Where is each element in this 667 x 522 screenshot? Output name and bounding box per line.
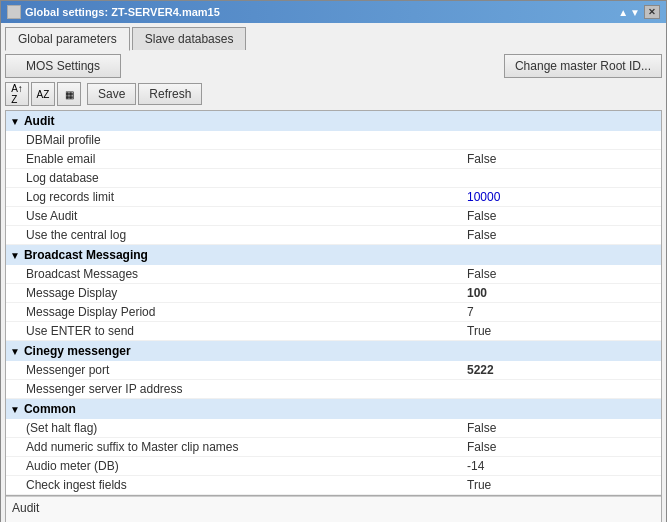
category-label: Cinegy messenger xyxy=(24,344,131,358)
toggle-icon: ▼ xyxy=(10,116,20,127)
property-value: -14 xyxy=(461,457,661,475)
property-name: Broadcast Messages xyxy=(6,265,461,283)
property-row[interactable]: Messenger server IP address xyxy=(6,380,661,399)
property-row[interactable]: Message Display Period7 xyxy=(6,303,661,322)
arrow-down-icon: ▼ xyxy=(630,7,640,18)
property-name: Messenger port xyxy=(6,361,461,379)
property-row[interactable]: Messenger port5222 xyxy=(6,361,661,380)
title-bar-title: Global settings: ZT-SERVER4.mam15 xyxy=(7,5,220,19)
grid-icon: ▦ xyxy=(65,89,74,100)
close-button[interactable]: ✕ xyxy=(644,5,660,19)
property-name: DBMail profile xyxy=(6,131,461,149)
property-row[interactable]: Use AuditFalse xyxy=(6,207,661,226)
property-value: False xyxy=(461,419,661,437)
property-value xyxy=(461,138,661,142)
tab-slave-databases[interactable]: Slave databases xyxy=(132,27,247,50)
property-value: False xyxy=(461,207,661,225)
property-value: False xyxy=(461,265,661,283)
category-row[interactable]: ▼Cinegy messenger xyxy=(6,341,661,361)
toggle-icon: ▼ xyxy=(10,404,20,415)
window-controls: ▲ ▼ xyxy=(618,7,640,18)
mos-settings-button[interactable]: MOS Settings xyxy=(5,54,121,78)
property-name: Log records limit xyxy=(6,188,461,206)
property-name: Use Audit xyxy=(6,207,461,225)
change-master-button[interactable]: Change master Root ID... xyxy=(504,54,662,78)
az-icon: AZ xyxy=(37,89,50,100)
window-title: Global settings: ZT-SERVER4.mam15 xyxy=(25,6,220,18)
sort-icon: A↑Z xyxy=(11,83,23,105)
category-row[interactable]: ▼Audit xyxy=(6,111,661,131)
status-bar: Audit xyxy=(6,496,661,522)
property-row[interactable]: Broadcast MessagesFalse xyxy=(6,265,661,284)
property-name: Use ENTER to send xyxy=(6,322,461,340)
property-name: Add numeric suffix to Master clip names xyxy=(6,438,461,456)
property-value: True xyxy=(461,476,661,494)
property-row[interactable]: Check ingest fieldsTrue xyxy=(6,476,661,495)
content-area: Global parameters Slave databases MOS Se… xyxy=(1,23,666,522)
property-value: 10000 xyxy=(461,188,661,206)
property-value: False xyxy=(461,150,661,168)
property-value xyxy=(461,176,661,180)
property-row[interactable]: Add numeric suffix to Master clip namesF… xyxy=(6,438,661,457)
toggle-icon: ▼ xyxy=(10,250,20,261)
az-sort-button[interactable]: AZ xyxy=(31,82,55,106)
property-row[interactable]: Enable emailFalse xyxy=(6,150,661,169)
property-row[interactable]: Message Display100 xyxy=(6,284,661,303)
main-panel: ▼AuditDBMail profileEnable emailFalseLog… xyxy=(5,110,662,522)
property-name: Use the central log xyxy=(6,226,461,244)
toolbar: A↑Z AZ ▦ Save Refresh xyxy=(5,82,662,106)
property-row[interactable]: Use the central logFalse xyxy=(6,226,661,245)
save-button[interactable]: Save xyxy=(87,83,136,105)
property-value: False xyxy=(461,438,661,456)
arrow-up-icon: ▲ xyxy=(618,7,628,18)
property-name: Message Display xyxy=(6,284,461,302)
property-value: 5222 xyxy=(461,361,661,379)
property-row[interactable]: (Set halt flag)False xyxy=(6,419,661,438)
title-bar: Global settings: ZT-SERVER4.mam15 ▲ ▼ ✕ xyxy=(1,1,666,23)
property-row[interactable]: Audio meter (DB)-14 xyxy=(6,457,661,476)
property-name: Message Display Period xyxy=(6,303,461,321)
property-name: Check ingest fields xyxy=(6,476,461,494)
property-row[interactable]: Use ENTER to sendTrue xyxy=(6,322,661,341)
property-name: Enable email xyxy=(6,150,461,168)
property-row[interactable]: Log database xyxy=(6,169,661,188)
refresh-button[interactable]: Refresh xyxy=(138,83,202,105)
property-value xyxy=(461,387,661,391)
close-icon: ✕ xyxy=(648,7,656,17)
property-value: 100 xyxy=(461,284,661,302)
tab-global-parameters[interactable]: Global parameters xyxy=(5,27,130,51)
main-window: Global settings: ZT-SERVER4.mam15 ▲ ▼ ✕ … xyxy=(0,0,667,522)
property-value: True xyxy=(461,322,661,340)
status-text: Audit xyxy=(12,501,39,515)
toggle-icon: ▼ xyxy=(10,346,20,357)
property-value: False xyxy=(461,226,661,244)
tabs: Global parameters Slave databases xyxy=(5,27,662,50)
property-name: Messenger server IP address xyxy=(6,380,461,398)
category-label: Audit xyxy=(24,114,55,128)
property-name: (Set halt flag) xyxy=(6,419,461,437)
property-value: 7 xyxy=(461,303,661,321)
grid-view-button[interactable]: ▦ xyxy=(57,82,81,106)
category-row[interactable]: ▼Broadcast Messaging xyxy=(6,245,661,265)
category-row[interactable]: ▼Common xyxy=(6,399,661,419)
window-icon xyxy=(7,5,21,19)
property-name: Audio meter (DB) xyxy=(6,457,461,475)
property-row[interactable]: Log records limit10000 xyxy=(6,188,661,207)
category-label: Broadcast Messaging xyxy=(24,248,148,262)
toolbar-left: A↑Z AZ ▦ Save Refresh xyxy=(5,82,202,106)
sort-icon-button[interactable]: A↑Z xyxy=(5,82,29,106)
property-name: Log database xyxy=(6,169,461,187)
property-row[interactable]: DBMail profile xyxy=(6,131,661,150)
category-label: Common xyxy=(24,402,76,416)
grid-area[interactable]: ▼AuditDBMail profileEnable emailFalseLog… xyxy=(6,111,661,496)
top-buttons-row: MOS Settings Change master Root ID... xyxy=(5,54,662,78)
